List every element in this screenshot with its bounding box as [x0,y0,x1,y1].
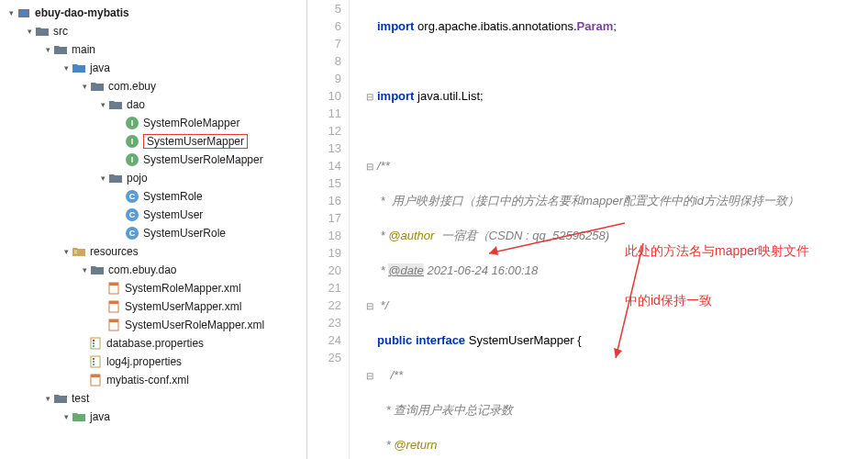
tree-sum-xml[interactable]: SystemUserMapper.xml [0,297,306,316]
svg-rect-3 [74,252,77,253]
code-editor[interactable]: 5 6 7 8 9 10 11 12 13 14 15 16 17 18 19 … [307,0,868,459]
comment: */ [377,298,388,312]
package-icon [90,79,105,94]
javadoc-tag: @author [388,229,434,242]
tree-main[interactable]: ▾ main [0,40,306,59]
chevron-down-icon: ▾ [79,265,90,274]
tree-label: SystemUser [143,208,203,221]
xml-icon [106,299,121,314]
chevron-down-icon: ▾ [61,247,72,256]
tree-label: SystemUserMapper.xml [125,300,241,313]
class-icon: C [125,207,139,222]
tree-dao[interactable]: ▾ dao [0,95,306,114]
svg-rect-7 [109,301,118,304]
line-number: 11 [307,105,341,122]
svg-rect-2 [74,251,77,252]
tree-label: log4j.properties [106,355,182,368]
fold-icon[interactable]: ⊟ [366,367,377,385]
tree-src[interactable]: ▾ src [0,22,306,40]
tree-root[interactable]: ▾ ebuy-dao-mybatis [0,4,306,22]
comment: * [383,438,394,452]
interface-icon: I [125,152,139,167]
xml-icon [106,281,121,296]
tree-label: SystemUserMapper [143,134,248,149]
line-number: 5 [307,0,341,17]
keyword: import [377,19,414,33]
folder-source-icon [72,61,86,75]
tree-test-java[interactable]: ▾ java [0,408,306,426]
tree-label: SystemRoleMapper [143,117,239,129]
svg-rect-1 [21,11,27,16]
tree-file-srm[interactable]: I SystemRoleMapper [0,114,306,132]
tree-mybatis[interactable]: mybatis-conf.xml [0,371,306,389]
tree-surm-xml[interactable]: SystemUserRoleMapper.xml [0,316,306,334]
tree-db-prop[interactable]: database.properties [0,334,306,353]
tree-file-sum[interactable]: I SystemUserMapper [0,132,306,151]
tree-label: SystemUserRole [143,227,226,240]
fold-icon[interactable]: ⊟ [366,88,377,106]
fold-icon[interactable]: ⊟ [366,158,377,175]
annotation-line1: 此处的方法名与mapper映射文件 [625,242,809,259]
folder-icon [35,24,50,39]
line-number: 17 [307,209,341,227]
tree-pojo[interactable]: ▾ pojo [0,169,306,187]
folder-source-icon [72,409,86,424]
comment: /** [377,159,390,173]
line-number: 20 [307,262,341,279]
class-icon: C [125,226,139,241]
properties-icon [88,354,103,369]
tree-label: database.properties [106,337,204,350]
chevron-down-icon: ▾ [97,174,108,183]
tree-srm-xml[interactable]: SystemRoleMapper.xml [0,279,306,297]
tree-log4j[interactable]: log4j.properties [0,353,306,371]
line-number: 10 [307,87,341,105]
tree-package[interactable]: ▾ com.ebuy [0,77,306,95]
class-icon: C [125,189,139,204]
package-icon [108,171,123,185]
tree-label: com.ebuy [108,80,156,93]
chevron-down-icon: ▾ [24,27,35,36]
javadoc-tag: @return [394,438,437,452]
package-icon [108,97,123,112]
svg-rect-19 [91,375,100,377]
line-number: 25 [307,349,341,366]
line-number: 16 [307,192,341,209]
package-icon [90,263,105,277]
line-gutter: 5 6 7 8 9 10 11 12 13 14 15 16 17 18 19 … [307,0,350,459]
line-number: 15 [307,174,341,192]
tree-test[interactable]: ▾ test [0,389,306,408]
svg-rect-16 [93,361,95,363]
tree-label: dao [127,98,145,111]
tree-res-pkg[interactable]: ▾ com.ebuy.dao [0,261,306,279]
svg-rect-5 [109,283,118,285]
chevron-down-icon: ▾ [79,82,90,91]
interface-icon: I [125,116,139,130]
tree-file-sur[interactable]: C SystemUserRole [0,224,306,242]
tree-label: src [53,25,68,38]
comment: * [377,263,388,277]
tree-file-su[interactable]: C SystemUser [0,206,306,224]
folder-resources-icon [72,244,86,259]
tree-label: java [90,62,110,74]
project-tree[interactable]: ▾ ebuy-dao-mybatis ▾ src ▾ main ▾ java ▾… [0,0,307,459]
fold-icon[interactable]: ⊟ [366,297,377,315]
annotation-text: 此处的方法名与mapper映射文件 中的id保持一致 [625,209,809,341]
properties-icon [88,336,103,351]
line-number: 22 [307,297,341,314]
tree-label: java [90,410,110,423]
chevron-down-icon: ▾ [61,63,72,73]
line-number: 13 [307,140,341,157]
tree-file-sr[interactable]: C SystemRole [0,187,306,206]
keyword: import [377,89,414,103]
annotation-line2: 中的id保持一致 [625,292,809,308]
code-area[interactable]: import org.apache.ibatis.annotations.Par… [350,0,868,459]
tree-file-surm[interactable]: I SystemUserRoleMapper [0,151,306,169]
tree-resources[interactable]: ▾ resources [0,242,306,261]
svg-rect-11 [93,340,95,341]
line-number: 6 [307,17,341,35]
line-number: 23 [307,314,341,331]
svg-rect-15 [93,358,95,360]
folder-icon [53,391,68,406]
tree-java[interactable]: ▾ java [0,59,306,77]
svg-rect-10 [91,338,100,349]
